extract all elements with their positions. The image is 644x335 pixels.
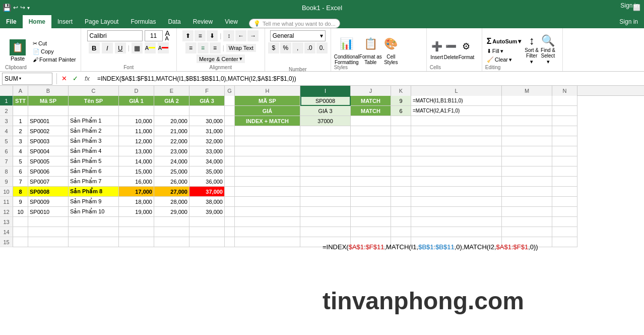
cell-i9[interactable] — [300, 177, 351, 187]
cell-d8[interactable]: 15,000 — [119, 166, 154, 177]
cell-c10[interactable]: Sản Phẩm 8 — [69, 187, 119, 197]
cell-j8[interactable] — [351, 166, 391, 177]
cell-b5[interactable]: SP0003 — [28, 136, 69, 146]
cell-m3[interactable] — [502, 116, 552, 126]
cell-b15[interactable] — [28, 237, 69, 247]
cell-b4[interactable]: SP0002 — [28, 126, 69, 136]
cell-h6[interactable] — [235, 146, 300, 156]
cell-e3[interactable]: 20,000 — [154, 116, 189, 126]
cell-b11[interactable]: SP0009 — [28, 197, 69, 207]
name-box-arrow[interactable]: ▾ — [19, 76, 21, 81]
col-header-b[interactable]: B — [28, 86, 69, 96]
merge-dropdown-icon[interactable]: ▾ — [239, 55, 242, 62]
cell-i13[interactable] — [300, 217, 351, 227]
find-dropdown[interactable]: ▾ — [547, 59, 550, 65]
cell-n8[interactable] — [552, 166, 577, 177]
cell-d12[interactable]: 19,000 — [119, 207, 154, 217]
cell-c12[interactable]: Sản Phẩm 10 — [69, 207, 119, 217]
cell-e13[interactable] — [154, 217, 189, 227]
indent-decrease-button[interactable]: ← — [235, 30, 246, 41]
cell-i2[interactable]: GIÁ 3 — [300, 106, 351, 116]
cell-k4[interactable] — [391, 126, 411, 136]
cell-d11[interactable]: 18,000 — [119, 197, 154, 207]
cell-l11[interactable] — [411, 197, 502, 207]
cell-e9[interactable]: 26,000 — [154, 177, 189, 187]
cell-h15[interactable] — [235, 237, 300, 247]
align-right-button[interactable]: ≡ — [210, 42, 221, 53]
cell-b13[interactable] — [28, 217, 69, 227]
align-left-button[interactable]: ≡ — [185, 42, 197, 53]
paste-button[interactable]: 📋 Paste — [5, 38, 30, 63]
cell-i12[interactable] — [300, 207, 351, 217]
sign-in-button[interactable]: Sign in — [615, 0, 644, 11]
cell-a3[interactable]: 1 — [13, 116, 28, 126]
cell-f14[interactable] — [189, 227, 225, 237]
col-header-h[interactable]: H — [235, 86, 300, 96]
cell-f12[interactable]: 39,000 — [189, 207, 225, 217]
cell-h5[interactable] — [235, 136, 300, 146]
cell-d6[interactable]: 13,000 — [119, 146, 154, 156]
cell-a12[interactable]: 10 — [13, 207, 28, 217]
cell-l15[interactable] — [411, 237, 502, 247]
cell-h11[interactable] — [235, 197, 300, 207]
cell-g2[interactable] — [225, 106, 235, 116]
cell-l10[interactable] — [411, 187, 502, 197]
row-num-6[interactable]: 6 — [0, 146, 13, 156]
cell-k15[interactable] — [391, 237, 411, 247]
cell-l1[interactable]: =MATCH(I1,B1:B11,0) — [411, 96, 502, 106]
cell-d5[interactable]: 12,000 — [119, 136, 154, 146]
cell-j1[interactable]: MATCH — [351, 96, 391, 106]
cell-e8[interactable]: 25,000 — [154, 166, 189, 177]
clear-dropdown[interactable]: ▾ — [509, 57, 512, 63]
cell-n2[interactable] — [552, 106, 577, 116]
cell-e4[interactable]: 21,000 — [154, 126, 189, 136]
tell-me-input[interactable]: 💡 Tell me what you want to do... — [249, 19, 340, 28]
cell-a15[interactable] — [13, 237, 28, 247]
cell-f9[interactable]: 36,000 — [189, 177, 225, 187]
cell-m15[interactable] — [502, 237, 552, 247]
cell-h9[interactable] — [235, 177, 300, 187]
cell-m1[interactable] — [502, 96, 552, 106]
cell-f6[interactable]: 33,000 — [189, 146, 225, 156]
cell-m4[interactable] — [502, 126, 552, 136]
cell-b9[interactable]: SP0007 — [28, 177, 69, 187]
row-num-1[interactable]: 1 — [0, 96, 13, 106]
cell-i11[interactable] — [300, 197, 351, 207]
cell-styles-button[interactable]: 🎨 CellStyles — [382, 35, 400, 65]
cell-m11[interactable] — [502, 197, 552, 207]
cell-m5[interactable] — [502, 136, 552, 146]
col-header-n[interactable]: N — [552, 86, 577, 96]
cell-l14[interactable] — [411, 227, 502, 237]
cell-c7[interactable]: Sản Phẩm 5 — [69, 156, 119, 166]
fill-color-button[interactable]: A — [145, 42, 156, 53]
cell-n10[interactable] — [552, 187, 577, 197]
font-name-input[interactable] — [87, 30, 143, 41]
cell-e1[interactable]: GIÁ 2 — [154, 96, 189, 106]
cell-a5[interactable]: 3 — [13, 136, 28, 146]
cell-j15[interactable] — [351, 237, 391, 247]
cell-g9[interactable] — [225, 177, 235, 187]
italic-button[interactable]: I — [102, 42, 113, 53]
row-num-4[interactable]: 4 — [0, 126, 13, 136]
cell-i3[interactable]: 37000 — [300, 116, 351, 126]
cell-n7[interactable] — [552, 156, 577, 166]
cell-f1[interactable]: GIÁ 3 — [189, 96, 225, 106]
cell-k6[interactable] — [391, 146, 411, 156]
format-painter-button[interactable]: 🖌 Format Painter — [31, 56, 78, 63]
cell-k7[interactable] — [391, 156, 411, 166]
cell-h12[interactable] — [235, 207, 300, 217]
cell-h2[interactable]: GIÁ — [235, 106, 300, 116]
cell-b14[interactable] — [28, 227, 69, 237]
cell-e5[interactable]: 22,000 — [154, 136, 189, 146]
cut-button[interactable]: ✂ Cut — [31, 40, 78, 47]
tab-data[interactable]: Data — [162, 15, 186, 28]
fill-button[interactable]: ⬇ Fill ▾ — [485, 47, 523, 55]
cell-d10[interactable]: 17,000 — [119, 187, 154, 197]
cell-d7[interactable]: 14,000 — [119, 156, 154, 166]
clear-button[interactable]: 🧹 Clear ▾ — [485, 56, 523, 64]
sort-dropdown[interactable]: ▾ — [530, 59, 533, 65]
row-num-8[interactable]: 8 — [0, 166, 13, 177]
cell-a7[interactable]: 5 — [13, 156, 28, 166]
cell-j12[interactable] — [351, 207, 391, 217]
copy-button[interactable]: 📄 Copy — [31, 48, 78, 55]
